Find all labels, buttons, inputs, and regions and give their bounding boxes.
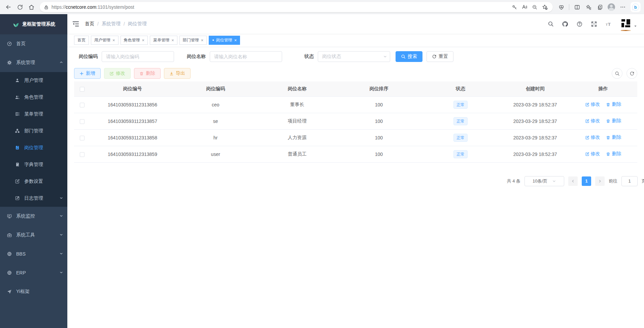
sidebar-item-params[interactable]: 参数设置 [0,173,67,190]
cell-post-sort: 100 [338,146,420,162]
tab-close-icon[interactable]: × [171,38,174,42]
row-edit-link[interactable]: 修改 [585,151,600,157]
breadcrumb-home[interactable]: 首页 [85,21,94,27]
add-favorite-star-icon[interactable] [540,2,549,12]
fullscreen-icon[interactable] [591,21,597,27]
tab-posts-active[interactable]: ● 岗位管理 × [209,36,240,45]
cell-post-code: ceo [175,96,257,113]
yi-logo-avatar [621,19,631,29]
address-bar[interactable]: https://ccnetcore.com:1101/system/post [40,2,553,12]
prev-page-button[interactable] [568,176,578,186]
help-icon[interactable] [576,21,583,27]
delete-button[interactable]: 删除 [134,68,161,79]
favorites-icon[interactable] [583,2,594,12]
sidebar-item-departments[interactable]: 部门管理 [0,123,67,139]
cell-created: 2023-03-29 18:52:37 [501,129,569,146]
profile-avatar[interactable] [606,2,616,12]
page-size-select[interactable]: 10条/页 [524,176,564,186]
github-icon[interactable] [562,21,568,27]
sidebar-collapse-icon[interactable] [72,20,79,28]
sidebar-item-system[interactable]: 系统管理 [0,53,67,72]
row-delete-link[interactable]: 删除 [606,151,621,157]
post-code-input[interactable] [102,51,174,62]
password-key-icon[interactable] [510,2,519,12]
row-edit-link[interactable]: 修改 [585,134,600,140]
split-screen-icon[interactable] [572,2,582,12]
tab-label: 首页 [77,37,86,43]
font-size-icon[interactable]: TT [605,21,613,27]
sidebar-item-tools[interactable]: 系统工具 [0,226,67,244]
cell-post-name: 董事长 [257,96,338,113]
tab-users[interactable]: 用户管理 × [91,36,118,45]
refresh-table-button[interactable] [626,68,637,79]
sidebar-item-roles[interactable]: 角色管理 [0,89,67,106]
leaf-logo-icon [12,20,20,29]
log-icon [15,196,20,201]
row-edit-link[interactable]: 修改 [585,118,600,124]
col-header-post-name: 岗位名称 [257,81,338,96]
back-icon[interactable] [3,2,13,12]
next-page-button[interactable] [595,176,605,186]
cell-post-id: 1641030593112313858 [90,129,175,146]
refresh-icon[interactable] [15,2,25,12]
row-checkbox[interactable] [80,119,84,124]
show-search-toggle-button[interactable] [612,68,622,79]
row-edit-link[interactable]: 修改 [585,101,600,107]
sidebar-item-posts[interactable]: 岗位管理 [0,139,67,156]
tab-close-icon[interactable]: × [234,38,237,42]
sidebar-item-yi-framework[interactable]: Yi框架 [0,282,67,301]
read-aloud-icon[interactable] [520,2,529,12]
cell-post-id: 1641030593112313856 [90,96,175,113]
browser-essentials-icon[interactable] [556,2,566,12]
sidebar-item-dicts[interactable]: 字典管理 [0,156,67,173]
chevron-down-icon [383,55,387,59]
post-name-input[interactable] [210,51,282,62]
user-menu[interactable] [621,19,637,29]
col-header-post-sort: 岗位排序 [338,81,420,96]
row-delete-link[interactable]: 删除 [606,134,621,140]
tab-roles[interactable]: 角色管理 × [121,36,148,45]
row-delete-link[interactable]: 删除 [606,118,621,124]
tab-label: 岗位管理 [216,37,232,43]
breadcrumb-system[interactable]: 系统管理 [102,21,121,27]
home-icon[interactable] [26,2,36,12]
sidebar-item-menus[interactable]: 菜单管理 [0,106,67,123]
goto-page-input[interactable] [621,176,638,186]
row-delete-link[interactable]: 删除 [606,101,621,107]
sidebar-item-users[interactable]: 用户管理 [0,72,67,89]
sidebar-item-erp[interactable]: ERP [0,263,67,282]
tab-menus[interactable]: 菜单管理 × [150,36,177,45]
row-checkbox[interactable] [80,152,84,157]
copilot-icon[interactable]: b [631,2,641,12]
more-menu-icon[interactable] [618,2,628,12]
tab-close-icon[interactable]: × [201,38,204,42]
row-checkbox[interactable] [80,103,84,107]
header-search-icon[interactable] [548,21,554,27]
sidebar-item-logs[interactable]: 日志管理 [0,190,67,207]
status-select[interactable]: 岗位状态 [318,51,390,62]
reset-button[interactable]: 重置 [427,51,453,62]
edit-button[interactable]: 修改 [104,68,131,79]
zoom-out-icon[interactable] [530,2,539,12]
sidebar-item-home[interactable]: 首页 [0,34,67,53]
tab-close-icon[interactable]: × [112,38,115,42]
collections-icon[interactable] [595,2,605,12]
export-button[interactable]: 导出 [164,68,191,79]
tab-close-icon[interactable]: × [142,38,145,42]
svg-text:T: T [608,22,611,27]
row-checkbox[interactable] [80,136,84,140]
page-number-1[interactable]: 1 [582,176,591,186]
add-button[interactable]: 新增 [74,68,101,79]
search-button[interactable]: 搜索 [396,51,422,62]
sidebar-item-monitor[interactable]: 系统监控 [0,207,67,226]
sidebar-item-label: 角色管理 [24,94,43,100]
table-row: 1641030593112313858 hr 人力资源 100 正常 2023-… [74,129,637,146]
tab-departments[interactable]: 部门管理 × [179,36,207,45]
table-row: 1641030593112313857 se 项目经理 100 正常 2023-… [74,113,637,129]
select-all-checkbox[interactable] [80,87,84,92]
sidebar-item-bbs[interactable]: BBS [0,244,67,263]
sidebar-item-label: ERP [16,270,26,275]
tab-home[interactable]: 首页 [74,36,89,45]
lock-icon[interactable] [44,5,49,10]
top-navbar: 首页 / 系统管理 / 岗位管理 TT [67,14,644,34]
